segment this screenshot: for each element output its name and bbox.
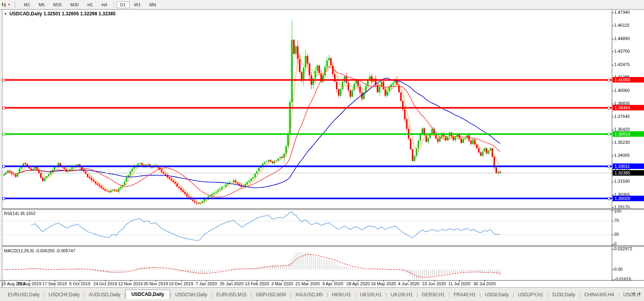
symbol-tab-eurusd-m15[interactable]: EURUSD,M15 [212,290,250,299]
toolbar: ▾ M1M5M15M30H1H4D1W1MN [0,0,644,9]
chart-canvas[interactable] [0,0,644,301]
symbol-tab-usdcnh-daily[interactable]: USDCNH,Daily [171,290,211,299]
chart-style-icon[interactable]: ▾ [0,1,11,9]
tab-scroll-left-icon[interactable]: ◄ [631,291,635,295]
timeframe-toolbar: M1M5M15M30H1H4D1W1MN [20,0,160,9]
timeframe-button-w1[interactable]: W1 [130,1,145,8]
symbol-tab-gbpusd-m30[interactable]: GBPUSD,M30 [252,290,290,299]
timeframe-button-d1[interactable]: D1 [116,1,130,8]
symbol-tab-dj30-daily[interactable]: DJ30,Daily [549,290,579,299]
symbol-tabs: EURUSD,Daily|USDCHF,Daily|AUDUSD,Daily|U… [0,288,644,301]
chart-tab-bar: EURUSD,Daily|USDCHF,Daily|AUDUSD,Daily|U… [0,287,644,301]
timeframe-button-m30[interactable]: M30 [66,1,83,8]
dropdown-caret-icon: ▾ [8,3,10,6]
symbol-tab-usdcad-daily[interactable]: USDCAD,Daily [125,290,170,299]
symbol-tab-usdchf-daily[interactable]: USDCHF,Daily [45,290,84,299]
timeframe-button-h1[interactable]: H1 [83,1,97,8]
timeframe-button-h4[interactable]: H4 [97,1,111,8]
symbol-tab-china300-h4[interactable]: CHINA300,H4 [580,290,618,299]
timeframe-button-m15[interactable]: M15 [50,1,66,8]
candlestick-glyph [1,2,7,7]
timeframe-button-m5[interactable]: M5 [35,1,48,8]
timeframe-button-mn[interactable]: MN [145,1,160,8]
timeframe-button-m1[interactable]: M1 [20,1,34,8]
toolbar-grip [15,2,17,8]
symbol-tab-ger30-h1[interactable]: GER30,H1 [418,290,448,299]
tab-scroll-right-icon[interactable]: ► [638,291,642,295]
toolbar-separator [114,2,114,8]
symbol-tab-usdjpy-h1[interactable]: USDJPY,H1 [514,290,547,299]
symbol-tab-xauusd-m5[interactable]: XAUUSD,M5 [291,290,327,299]
symbol-tab-uk100-h1[interactable]: UK100,H1 [356,290,385,299]
symbol-tab-hk50-h1[interactable]: HK50,H1 [328,290,355,299]
mt4-window: ▾ M1M5M15M30H1H4D1W1MN ▼USDCAD,Daily 1.3… [0,0,644,301]
symbol-tab-fra40-h1[interactable]: FRA40,H1 [450,290,479,299]
symbol-tab-eurusd-daily[interactable]: EURUSD,Daily [4,290,44,299]
symbol-tab-audusd-daily[interactable]: AUDUSD,Daily [85,290,125,299]
symbol-tab-uk100-h1[interactable]: UK100,H1 [387,290,416,299]
symbol-tab-usoil-daily[interactable]: USOil,Daily [481,290,513,299]
